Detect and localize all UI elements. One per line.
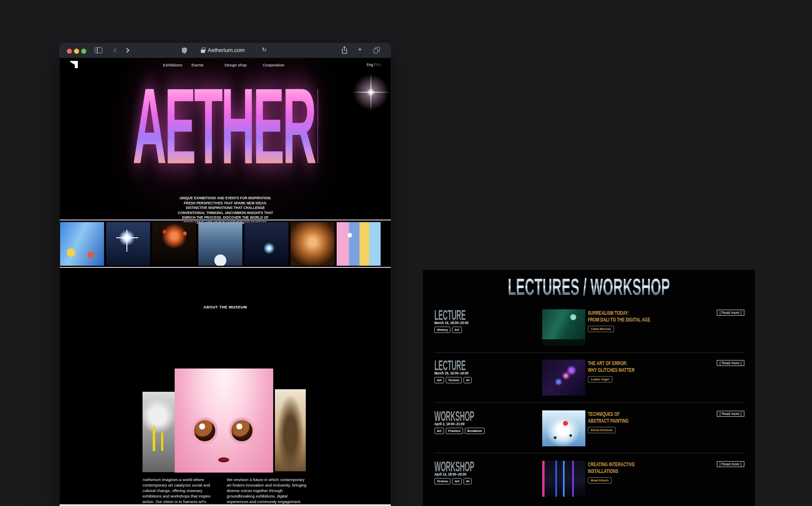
event-row: WORKSHOP April 13, 18:00–20:00 Techno Ar… [434,460,744,498]
about-headline: INSPIRATION IS EVERYWHERE THE ART OF THE… [60,315,391,406]
event-image-glitch[interactable] [542,360,585,396]
event-title-line1: THE ART OF ERROR: [588,360,634,367]
about-paragraph-1: Aetherium imagines a world where contemp… [143,477,222,506]
event-date: April 2, 18:00–21:00 [434,422,464,426]
event-row: WORKSHOP April 2, 18:00–21:00 Art Practi… [434,410,744,448]
event-tags: Art Techno AI [434,377,472,383]
panel-heading: LECTURES / WORKSHOP [496,275,682,299]
event-title-line1: TECHNIQUES OF [588,411,628,418]
gallery-image-copper-sphere[interactable] [291,222,335,266]
gallery-image-firework-mask[interactable] [152,222,196,266]
event-tags: History Art [434,327,462,333]
aetherium-logo-icon[interactable] [70,61,78,70]
row-divider [434,453,744,453]
event-title-line2: INSTALLATIONS [588,468,635,475]
event-row: LECTURE March 15, 18:00–20:00 History Ar… [434,309,744,347]
tag: Brutalism [465,428,485,434]
event-image-abstract[interactable] [542,410,585,446]
event-image-surrealism[interactable] [542,309,585,345]
event-date: March 25, 16:00–19:00 [434,371,469,375]
event-info: CREATING INTERACTIVE INSTALLATIONS Brad … [588,461,657,484]
creature-mouth [218,457,229,462]
gallery-image-bridge[interactable] [198,222,242,266]
reload-icon[interactable]: ↻ [262,46,267,53]
row-divider [434,402,744,403]
event-date: March 15, 18:00–20:00 [434,321,469,325]
tag: Art [434,377,444,383]
tag: Art [434,428,444,434]
gallery-image-hands[interactable] [60,222,104,266]
event-image-installation[interactable] [542,461,585,497]
forward-icon[interactable] [124,48,129,52]
read-more-button[interactable]: [ Read more ] [717,411,745,417]
event-title-line2: ABSTRACT PAINTING [588,418,628,424]
gallery-image-starburst[interactable] [106,222,150,266]
shield-icon[interactable] [181,47,187,56]
event-info: THE ART OF ERROR: WHY GLITCHES MATTER Lu… [588,360,656,382]
browser-toolbar: Aetherium.com ↻ + [60,43,391,58]
about-paragraph-2: We envision a future in which contempora… [227,477,308,506]
sidebar-icon[interactable] [95,47,102,53]
tag: Techno [446,377,462,383]
event-info: TECHNIQUES OF ABSTRACT PAINTING Elena Sv… [588,411,648,433]
event-title-line1: SURREALISM TODAY: [588,310,650,316]
tag: History [434,327,450,333]
event-date: April 13, 18:00–20:00 [434,472,466,476]
event-title-line1: CREATING INTERACTIVE [588,461,635,468]
browser-window: Aetherium.com ↻ + Exhibitions Events Des… [60,43,391,506]
about-section-label: ABOUT THE MUSEUM [60,305,391,309]
tag: Techno [434,478,450,484]
tag: Art [452,478,462,484]
share-icon[interactable] [341,46,348,56]
close-button[interactable] [67,49,72,54]
back-icon[interactable] [113,48,118,52]
hero-title: AETHERIUM [132,75,318,177]
tag: Art [452,327,462,333]
url-text: Aetherium.com [208,47,244,53]
read-more-button[interactable]: [ Read more ] [717,461,745,467]
new-tab-icon[interactable]: + [358,45,362,54]
event-author: Elena Svetova [588,427,615,433]
webpage: Exhibitions Events Design shop Cooperati… [60,58,391,506]
gallery-image-collage[interactable] [337,222,381,266]
zoom-button[interactable] [81,49,86,54]
image-gallery-strip [60,220,391,268]
row-divider [434,352,744,353]
lectures-workshop-panel: LECTURES / WORKSHOP LECTURE March 15, 18… [423,270,755,506]
read-more-button[interactable]: [ Read more ] [717,360,745,366]
address-bar[interactable]: Aetherium.com [201,47,244,53]
headline-line-4: YOU [134,383,316,406]
event-tags: Art Practice Brutalism [434,428,485,434]
tabs-icon[interactable] [373,47,380,54]
lock-icon [201,50,205,53]
event-author: Clara Moreau [588,326,614,332]
creature-eye-right [229,418,255,444]
gallery-image-shadow-orb[interactable] [244,222,288,266]
event-author: Brad Klinch [588,477,612,484]
next-section-edge [60,504,391,506]
event-title-line2: WHY GLITCHES MATTER [588,367,634,374]
event-info: SURREALISM TODAY: FROM DALI TO THE DIGIT… [588,310,680,332]
creature-eye-left [192,418,218,444]
tag: Practice [446,428,463,434]
event-tags: Techno Art AI [434,478,472,484]
tag: AI [464,377,472,383]
tag: AI [464,478,472,484]
event-title-line2: FROM DALI TO THE DIGITAL AGE [588,316,650,323]
event-row: LECTURE March 25, 16:00–19:00 Art Techno… [434,359,744,397]
lens-flare-icon [352,73,390,111]
minimize-button[interactable] [74,49,79,54]
event-author: Lukas Vogel [588,376,612,382]
read-more-button[interactable]: [ Read more ] [717,310,745,316]
